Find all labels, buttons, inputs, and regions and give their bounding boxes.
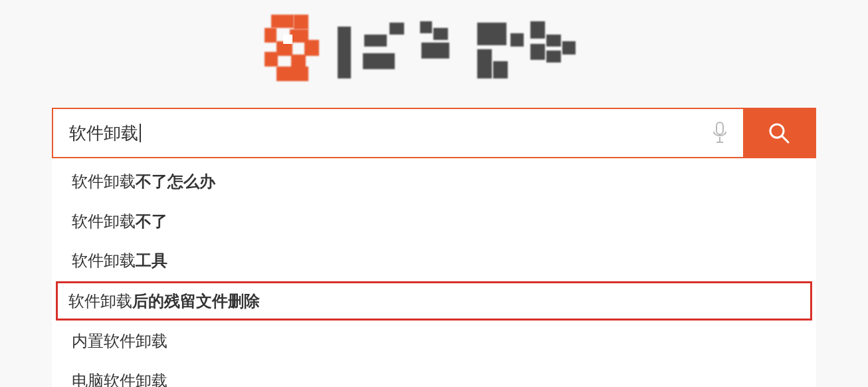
suggestion-prefix: 内置软件卸载 xyxy=(72,332,167,350)
suggestion-item[interactable]: 内置软件卸载 xyxy=(57,322,811,360)
microphone-icon xyxy=(711,121,728,145)
suggestion-prefix: 软件卸载 xyxy=(72,212,136,230)
logo-area xyxy=(0,0,868,108)
search-icon xyxy=(767,121,791,145)
suggestions-list: 软件卸载不了怎么办 软件卸载不了 软件卸载工具 软件卸载后的残留文件删除 内置软… xyxy=(52,158,816,387)
search-bar: 软件卸载 xyxy=(52,108,816,158)
suggestion-bold: 不了怎么办 xyxy=(136,172,215,190)
suggestion-bold: 工具 xyxy=(136,251,167,269)
search-container: 软件卸载 软件卸载不了怎么办 软件卸载不了 软件卸载工具 xyxy=(52,108,816,387)
suggestion-prefix: 软件卸载 xyxy=(72,172,136,190)
suggestion-prefix: 电脑软件卸载 xyxy=(72,372,167,387)
suggestion-item[interactable]: 软件卸载不了怎么办 xyxy=(57,162,811,201)
svg-line-4 xyxy=(782,136,788,142)
svg-rect-0 xyxy=(716,122,723,134)
suggestion-prefix: 软件卸载 xyxy=(68,292,132,310)
search-input-wrapper[interactable]: 软件卸载 xyxy=(53,109,697,157)
suggestion-prefix: 软件卸载 xyxy=(72,251,136,269)
suggestion-item[interactable]: 软件卸载工具 xyxy=(57,241,811,280)
text-cursor-icon xyxy=(140,124,141,142)
search-query-text: 软件卸载 xyxy=(69,122,138,145)
suggestion-item[interactable]: 软件卸载不了 xyxy=(57,202,811,241)
search-button[interactable] xyxy=(743,109,815,157)
suggestion-item-highlighted[interactable]: 软件卸载后的残留文件删除 xyxy=(56,281,812,321)
suggestion-bold: 后的残留文件删除 xyxy=(132,292,260,310)
voice-search-button[interactable] xyxy=(697,109,743,157)
logo-icon xyxy=(265,15,603,81)
suggestion-bold: 不了 xyxy=(136,212,167,230)
suggestion-item[interactable]: 电脑软件卸载 xyxy=(57,362,811,387)
